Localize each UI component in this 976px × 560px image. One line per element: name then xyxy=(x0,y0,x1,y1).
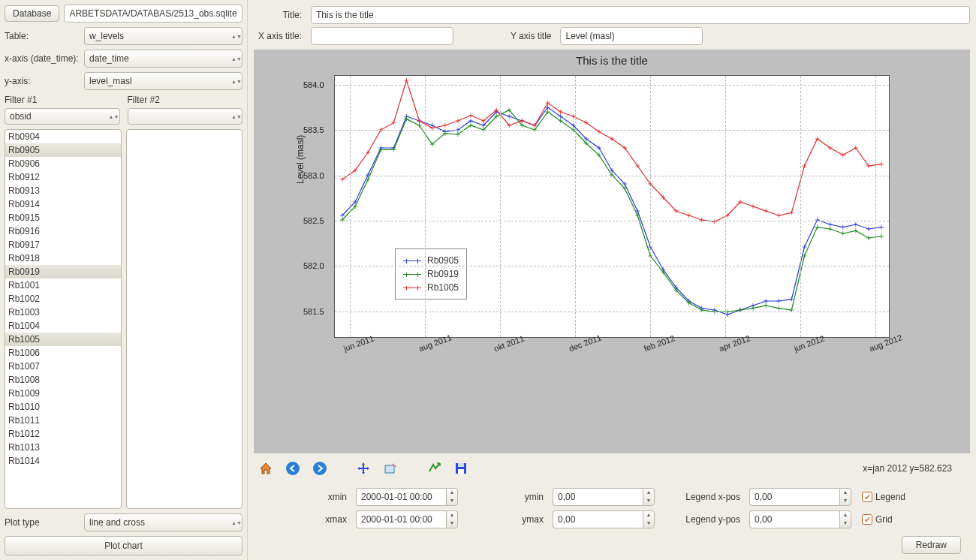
list-item[interactable]: Rb1007 xyxy=(5,360,121,373)
xaxis-title-input[interactable] xyxy=(311,27,453,45)
list-item[interactable]: Rb0906 xyxy=(5,157,121,170)
forward-icon[interactable] xyxy=(311,459,329,477)
database-button[interactable]: Database xyxy=(5,5,59,22)
ytick: 584.0 xyxy=(303,80,324,89)
bottom-controls: xmin▲▼ xmax▲▼ ymin▲▼ ymax▲▼ Legend x-pos… xyxy=(254,483,970,533)
xmin-label: xmin xyxy=(284,492,351,502)
cursor-status: x=jan 2012 y=582.623 xyxy=(863,463,967,474)
ymin-input[interactable] xyxy=(553,488,643,506)
ytick: 582.0 xyxy=(303,261,324,270)
list-item[interactable]: Rb0914 xyxy=(5,197,121,211)
ytick: 583.5 xyxy=(303,125,324,134)
svg-point-0 xyxy=(286,462,300,475)
redraw-button[interactable]: Redraw xyxy=(902,536,961,554)
xmax-input[interactable] xyxy=(356,510,446,528)
list-item[interactable]: Rb0913 xyxy=(5,184,121,197)
svg-point-1 xyxy=(313,462,327,475)
back-icon[interactable] xyxy=(284,459,302,477)
grid-check-label: Grid xyxy=(875,514,893,525)
ytick: 582.5 xyxy=(303,216,324,225)
zoom-icon[interactable] xyxy=(381,459,399,477)
filter2-select[interactable]: ▲▼ xyxy=(128,108,243,125)
list-item[interactable]: Rb1001 xyxy=(5,278,121,292)
table-label: Table: xyxy=(5,31,80,41)
xmax-spin[interactable]: ▲▼ xyxy=(446,510,458,528)
xaxis-title-label: X axis title: xyxy=(254,31,306,41)
ytick: 581.5 xyxy=(303,307,324,316)
yaxis-label: y-axis: xyxy=(5,76,80,86)
legend-y-spin[interactable]: ▲▼ xyxy=(839,510,851,528)
svg-rect-4 xyxy=(458,463,464,467)
list-item[interactable]: Rb1004 xyxy=(5,319,121,333)
list-item[interactable]: Rb0917 xyxy=(5,238,121,251)
left-panel: Database Table: w_levels▲▼ x-axis (date_… xyxy=(0,0,248,560)
yaxis-select[interactable]: level_masl▲▼ xyxy=(84,72,242,90)
filter1-select[interactable]: obsid▲▼ xyxy=(5,108,120,125)
filter2-label: Filter #2 xyxy=(128,95,243,105)
chart-area: This is the title Level (masl) Rb0905Rb0… xyxy=(254,50,970,453)
legend-check-label: Legend xyxy=(875,492,905,502)
home-icon[interactable] xyxy=(257,459,275,477)
filter2-listbox[interactable] xyxy=(126,129,243,509)
list-item[interactable]: Rb0905 xyxy=(5,143,121,157)
list-item[interactable]: Rb1012 xyxy=(5,427,121,441)
xmin-spin[interactable]: ▲▼ xyxy=(446,488,458,506)
list-item[interactable]: Rb0904 xyxy=(5,130,121,143)
xmax-label: xmax xyxy=(284,514,351,525)
save-icon[interactable] xyxy=(452,459,470,477)
title-label: Title: xyxy=(254,10,306,20)
list-item[interactable]: Rb1006 xyxy=(5,346,121,360)
list-item[interactable]: Rb1008 xyxy=(5,373,121,387)
subplots-icon[interactable] xyxy=(425,459,443,477)
list-item[interactable]: Rb0918 xyxy=(5,251,121,265)
plot-chart-button[interactable]: Plot chart xyxy=(5,536,242,555)
legend-y-label: Legend y-pos xyxy=(677,514,745,525)
xaxis-label: x-axis (date_time): xyxy=(5,53,80,64)
svg-rect-2 xyxy=(385,465,394,473)
filter1-listbox[interactable]: Rb0904Rb0905Rb0906Rb0912Rb0913Rb0914Rb09… xyxy=(5,129,122,509)
plottype-select[interactable]: line and cross▲▼ xyxy=(84,513,242,531)
list-item[interactable]: Rb1011 xyxy=(5,414,121,427)
list-item[interactable]: Rb1005 xyxy=(5,333,121,346)
table-select[interactable]: w_levels▲▼ xyxy=(84,27,242,45)
legend-x-input[interactable] xyxy=(749,488,839,506)
legend-checkbox[interactable]: ✔ xyxy=(862,492,872,502)
legend-x-label: Legend x-pos xyxy=(677,492,745,502)
filter1-label: Filter #1 xyxy=(5,95,120,105)
database-path-input[interactable] xyxy=(64,5,242,23)
pan-icon[interactable] xyxy=(354,459,372,477)
list-item[interactable]: Rb0916 xyxy=(5,224,121,238)
chart-title: This is the title xyxy=(334,54,890,67)
chart-legend: Rb0905Rb0919Rb1005 xyxy=(395,248,467,300)
list-item[interactable]: Rb1014 xyxy=(5,454,121,468)
list-item[interactable]: Rb0915 xyxy=(5,211,121,224)
ymin-label: ymin xyxy=(480,492,548,502)
xaxis-select[interactable]: date_time▲▼ xyxy=(84,50,242,68)
xmin-input[interactable] xyxy=(356,488,446,506)
chart-plot: Rb0905Rb0919Rb1005 581.5582.0582.5583.05… xyxy=(334,75,890,338)
list-item[interactable]: Rb1009 xyxy=(5,387,121,400)
right-panel: Title: X axis title: Y axis title This i… xyxy=(248,0,976,560)
legend-x-spin[interactable]: ▲▼ xyxy=(839,488,851,506)
list-item[interactable]: Rb1003 xyxy=(5,306,121,319)
grid-checkbox[interactable]: ✔ xyxy=(862,514,872,525)
svg-rect-5 xyxy=(458,469,464,474)
ymin-spin[interactable]: ▲▼ xyxy=(643,488,655,506)
ymax-input[interactable] xyxy=(553,510,643,528)
list-item[interactable]: Rb0912 xyxy=(5,170,121,184)
list-item[interactable]: Rb0919 xyxy=(5,265,121,278)
yaxis-title-label: Y axis title xyxy=(511,31,556,41)
list-item[interactable]: Rb1002 xyxy=(5,292,121,306)
title-input[interactable] xyxy=(311,6,970,24)
yaxis-title-input[interactable] xyxy=(560,27,703,45)
ymax-spin[interactable]: ▲▼ xyxy=(643,510,655,528)
list-item[interactable]: Rb1013 xyxy=(5,441,121,454)
ytick: 583.0 xyxy=(303,171,324,180)
plot-toolbar: x=jan 2012 y=582.623 xyxy=(254,453,970,483)
legend-y-input[interactable] xyxy=(749,510,839,528)
list-item[interactable]: Rb1010 xyxy=(5,400,121,414)
plottype-label: Plot type xyxy=(5,517,80,528)
ymax-label: ymax xyxy=(480,514,548,525)
